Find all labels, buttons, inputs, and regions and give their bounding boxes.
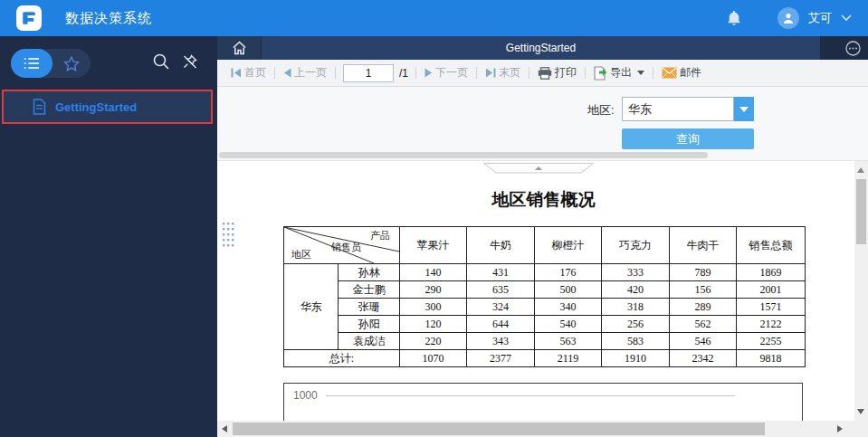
tab-gettingstarted[interactable]: GettingStarted — [262, 36, 820, 60]
total-value-cell: 1070 — [400, 350, 467, 367]
column-header: 苹果汁 — [400, 227, 467, 264]
page-total: /1 — [399, 67, 408, 80]
value-cell: 290 — [400, 281, 467, 299]
table-row: 袁成洁 220 343 563 583 546 2255 — [284, 333, 806, 350]
report-toolbar: 首页 上一页 /1 下一页 末页 打印 导出 — [217, 60, 868, 87]
value-cell: 635 — [467, 281, 535, 299]
corner-label-seller: 销售员 — [331, 241, 361, 254]
total-value-cell: 9818 — [737, 350, 806, 367]
document-icon — [33, 99, 46, 115]
seller-cell: 金士鹏 — [339, 281, 400, 299]
prev-page-button[interactable]: 上一页 — [283, 65, 327, 81]
vertical-scrollbar[interactable] — [854, 161, 868, 437]
favorites-toggle[interactable] — [52, 49, 91, 78]
scroll-right-arrow-icon[interactable] — [837, 425, 843, 432]
chart-panel: 1000 — [283, 383, 803, 421]
toolbar-separator — [529, 67, 529, 79]
value-cell: 562 — [670, 316, 737, 333]
value-cell: 546 — [670, 333, 737, 350]
corner-label-product: 产品 — [370, 229, 390, 242]
value-cell: 318 — [602, 299, 670, 316]
sidebar-item-gettingstarted[interactable]: GettingStarted — [2, 90, 213, 124]
total-value-cell: 1910 — [602, 350, 670, 367]
horizontal-scrollbar-thumb[interactable] — [233, 423, 765, 435]
finereport-logo — [16, 5, 42, 31]
value-cell: 431 — [467, 264, 535, 281]
column-header: 牛肉干 — [670, 227, 737, 264]
unpin-icon[interactable] — [181, 52, 199, 71]
scroll-down-arrow-icon[interactable] — [857, 409, 864, 414]
value-cell: 176 — [535, 264, 602, 281]
page-number-input[interactable] — [343, 64, 394, 82]
chart-gridline — [326, 395, 735, 396]
value-cell: 1869 — [737, 264, 806, 281]
vertical-scrollbar-thumb[interactable] — [856, 179, 866, 244]
export-button[interactable]: 导出 — [594, 65, 644, 81]
panel-horizontal-scrollbar-thumb[interactable] — [219, 152, 708, 158]
tab-bar: GettingStarted — [217, 36, 868, 60]
export-icon — [594, 66, 607, 81]
total-value-cell: 2119 — [535, 350, 602, 367]
circle-ellipsis-icon — [845, 41, 861, 56]
chevron-down-icon[interactable] — [841, 14, 852, 22]
value-cell: 563 — [535, 333, 602, 350]
scroll-up-arrow-icon[interactable] — [857, 167, 864, 173]
prev-page-icon — [283, 68, 291, 78]
app-title: 数据决策系统 — [65, 10, 152, 27]
search-icon[interactable] — [152, 52, 170, 71]
value-cell: 1571 — [737, 299, 806, 316]
sidebar-view-toggle — [11, 49, 91, 78]
scroll-left-arrow-icon[interactable] — [222, 425, 227, 432]
user-name[interactable]: 艾可 — [808, 10, 832, 26]
sidebar: GettingStarted — [0, 36, 217, 437]
print-button[interactable]: 打印 — [538, 65, 577, 81]
value-cell: 256 — [602, 316, 670, 333]
seller-cell: 袁成洁 — [339, 333, 400, 350]
drag-dots-handle[interactable] — [223, 223, 234, 251]
next-page-button[interactable]: 下一页 — [424, 65, 468, 81]
horizontal-scrollbar[interactable] — [217, 421, 854, 437]
app-window: 数据决策系统 艾可 — [0, 0, 868, 437]
user-avatar[interactable] — [777, 7, 799, 29]
directory-list-toggle[interactable] — [11, 49, 52, 78]
total-label-cell: 总计: — [284, 350, 400, 367]
total-value-cell: 2342 — [670, 350, 737, 367]
diagonal-header-cell: 产品 销售员 地区 — [284, 227, 400, 264]
notification-bell-icon[interactable] — [727, 10, 741, 26]
query-button[interactable]: 查询 — [622, 128, 754, 149]
region-dropdown-button[interactable] — [734, 97, 754, 121]
value-cell: 343 — [467, 333, 535, 350]
total-value-cell: 2377 — [467, 350, 535, 367]
value-cell: 2001 — [737, 281, 806, 299]
panel-collapse-handle[interactable] — [483, 161, 594, 177]
star-icon — [63, 56, 80, 71]
mail-button[interactable]: 邮件 — [662, 65, 701, 81]
table-row: 金士鹏 290 635 500 420 156 2001 — [284, 281, 806, 299]
toolbar-separator — [335, 67, 336, 79]
table-header-row: 产品 销售员 地区 苹果汁 牛奶 柳橙汁 巧克力 牛肉干 销售总额 — [284, 227, 806, 264]
table-row: 张珊 300 324 340 318 289 1571 — [284, 299, 806, 316]
value-cell: 220 — [400, 333, 467, 350]
column-header: 柳橙汁 — [535, 227, 602, 264]
dropdown-arrow-icon — [739, 107, 749, 112]
value-cell: 583 — [602, 333, 670, 350]
home-tab[interactable] — [217, 36, 261, 60]
export-dropdown-caret[interactable] — [637, 71, 644, 75]
chart-axis-tick: 1000 — [293, 389, 318, 402]
toolbar-separator — [274, 67, 275, 79]
tab-more-options[interactable] — [845, 41, 861, 56]
value-cell: 340 — [535, 299, 602, 316]
top-bar: 数据决策系统 艾可 — [0, 0, 868, 36]
region-input[interactable] — [622, 97, 734, 121]
value-cell: 420 — [602, 281, 670, 299]
sales-table: 产品 销售员 地区 苹果汁 牛奶 柳橙汁 巧克力 牛肉干 销售总额 华东 孙林 … — [283, 226, 806, 367]
toolbar-separator — [585, 67, 586, 79]
table-row: 华东 孙林 140 431 176 333 789 1869 — [284, 264, 806, 281]
parameter-panel: 地区: 查询 — [217, 87, 868, 161]
first-page-button[interactable]: 首页 — [231, 65, 266, 81]
column-header: 销售总额 — [737, 227, 806, 264]
home-icon — [232, 41, 247, 55]
value-cell: 500 — [535, 281, 602, 299]
toolbar-separator — [653, 67, 653, 79]
last-page-button[interactable]: 末页 — [485, 65, 520, 81]
